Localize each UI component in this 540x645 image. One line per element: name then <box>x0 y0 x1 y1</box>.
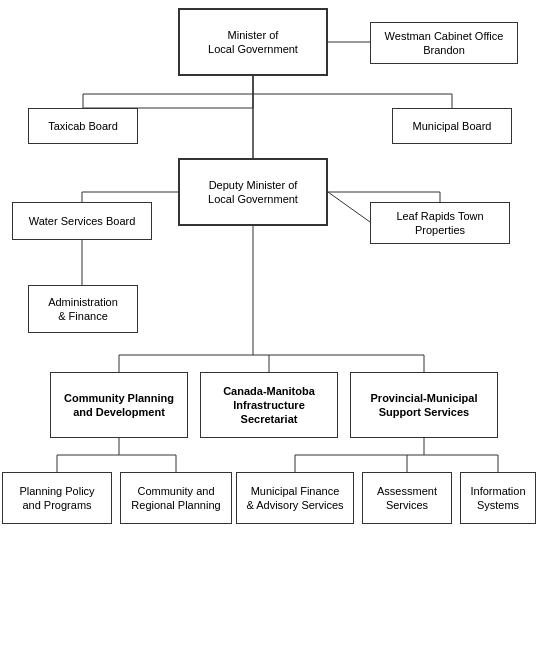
assessment-label: AssessmentServices <box>377 484 437 513</box>
admin-box: Administration& Finance <box>28 285 138 333</box>
community-box: Community Planningand Development <box>50 372 188 438</box>
information-label: InformationSystems <box>470 484 525 513</box>
taxicab-label: Taxicab Board <box>48 119 118 133</box>
org-chart: Minister ofLocal Government Westman Cabi… <box>0 0 540 645</box>
admin-label: Administration& Finance <box>48 295 118 324</box>
westman-label: Westman Cabinet OfficeBrandon <box>385 29 504 58</box>
water-box: Water Services Board <box>12 202 152 240</box>
minister-label: Minister ofLocal Government <box>208 28 298 57</box>
information-box: InformationSystems <box>460 472 536 524</box>
svg-line-11 <box>328 192 370 222</box>
planning-policy-box: Planning Policyand Programs <box>2 472 112 524</box>
provincial-label: Provincial-MunicipalSupport Services <box>371 391 478 420</box>
deputy-box: Deputy Minister ofLocal Government <box>178 158 328 226</box>
provincial-box: Provincial-MunicipalSupport Services <box>350 372 498 438</box>
muni-finance-label: Municipal Finance& Advisory Services <box>246 484 343 513</box>
community-regional-label: Community andRegional Planning <box>131 484 220 513</box>
canada-mb-box: Canada-ManitobaInfrastructureSecretariat <box>200 372 338 438</box>
municipal-board-label: Municipal Board <box>413 119 492 133</box>
community-regional-box: Community andRegional Planning <box>120 472 232 524</box>
deputy-label: Deputy Minister ofLocal Government <box>208 178 298 207</box>
water-label: Water Services Board <box>29 214 136 228</box>
assessment-box: AssessmentServices <box>362 472 452 524</box>
muni-finance-box: Municipal Finance& Advisory Services <box>236 472 354 524</box>
municipal-board-box: Municipal Board <box>392 108 512 144</box>
taxicab-box: Taxicab Board <box>28 108 138 144</box>
minister-box: Minister ofLocal Government <box>178 8 328 76</box>
leaf-label: Leaf Rapids TownProperties <box>396 209 483 238</box>
canada-mb-label: Canada-ManitobaInfrastructureSecretariat <box>223 384 315 427</box>
planning-policy-label: Planning Policyand Programs <box>19 484 94 513</box>
westman-box: Westman Cabinet OfficeBrandon <box>370 22 518 64</box>
leaf-box: Leaf Rapids TownProperties <box>370 202 510 244</box>
community-label: Community Planningand Development <box>64 391 174 420</box>
